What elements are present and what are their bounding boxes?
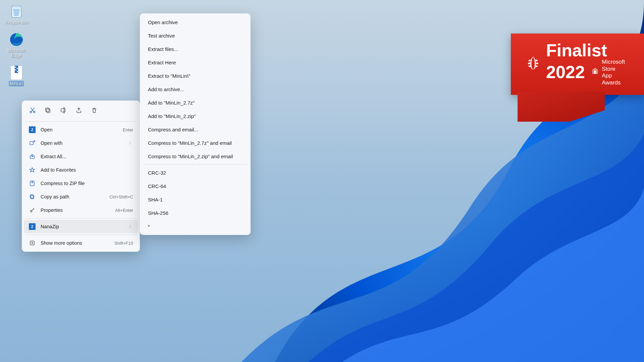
separator [25, 121, 137, 122]
submenu-item-test-archive[interactable]: Test archive [142, 29, 249, 42]
menu-item-shortcut: Alt+Enter [115, 208, 133, 213]
separator [25, 235, 137, 235]
svg-rect-5 [15, 67, 16, 68]
svg-rect-28 [595, 71, 596, 72]
submenu-item-extract-files[interactable]: Extract files... [142, 42, 249, 56]
svg-rect-12 [46, 108, 49, 112]
svg-rect-26 [593, 70, 598, 74]
menu-item-label: Open with [41, 140, 126, 146]
desktop-icon-recycle-bin[interactable]: Recycle Bin [2, 3, 31, 25]
menu-item-label: NanaZip [41, 224, 126, 229]
menu-item-label: SHA-1 [148, 197, 243, 202]
laurel-icon [525, 55, 541, 73]
menu-item-add-favorites[interactable]: Add to Favorites [24, 163, 138, 177]
rename-button[interactable] [57, 104, 70, 117]
menu-item-label: Open [41, 127, 119, 132]
menu-item-copy-path[interactable]: Copy as path Ctrl+Shift+C [24, 190, 138, 203]
svg-rect-15 [30, 181, 34, 186]
submenu-item-extract-here[interactable]: Extract Here [142, 56, 249, 69]
menu-item-label: Test archive [148, 33, 243, 39]
submenu-item-sha1[interactable]: SHA-1 [142, 193, 249, 206]
copy-button[interactable] [41, 104, 55, 117]
zip-icon [29, 180, 36, 187]
badge-line2: 2022 [546, 64, 585, 80]
svg-point-9 [30, 111, 32, 113]
menu-item-compress-zip[interactable]: Compress to ZIP file [24, 177, 138, 190]
menu-item-label: Properties [41, 207, 111, 213]
ms-store-icon [592, 68, 599, 77]
svg-rect-7 [15, 69, 16, 70]
svg-point-24 [536, 63, 539, 65]
svg-point-18 [31, 210, 32, 212]
share-icon [75, 107, 82, 115]
extract-icon [29, 153, 36, 160]
submenu-item-compress-zip-email[interactable]: Compress to "MinLin_2.zip" and email [142, 149, 249, 163]
submenu-item-extract-to[interactable]: Extract to "MinLin\" [142, 69, 249, 82]
submenu-item-compress-email[interactable]: Compress and email... [142, 123, 249, 136]
menu-item-extract-all[interactable]: Extract All... [24, 150, 138, 163]
desktop-icon-label: MinLin [9, 81, 23, 87]
submenu-item-crc32[interactable]: CRC-32 [142, 166, 249, 179]
cut-icon [29, 107, 36, 115]
desktop-icon-label: Microsoft Edge [6, 48, 26, 59]
svg-rect-8 [17, 71, 18, 72]
properties-icon [29, 206, 36, 214]
menu-item-label: Add to "MinLin_2.7z" [148, 100, 243, 106]
submenu-item-add-to-7z[interactable]: Add to "MinLin_2.7z" [142, 96, 249, 109]
recycle-bin-icon [8, 3, 24, 19]
desktop-icon-edge[interactable]: Microsoft Edge [2, 32, 31, 59]
submenu-item-add-to-zip[interactable]: Add to "MinLin_2.zip" [142, 109, 249, 123]
svg-rect-13 [61, 109, 65, 112]
submenu-item-compress-7z-email[interactable]: Compress to "MinLin_2.7z" and email [142, 136, 249, 149]
submenu-item-crc64[interactable]: CRC-64 [142, 179, 249, 193]
desktop-icon-label: Recycle Bin [4, 19, 29, 25]
svg-rect-11 [47, 109, 50, 113]
delete-button[interactable] [88, 104, 101, 117]
open-icon: Z [29, 126, 36, 133]
menu-item-label: Compress to ZIP file [41, 181, 133, 186]
context-menu: Z Open Enter Open with 〉 Extract All... … [22, 101, 140, 252]
menu-item-nanazip[interactable]: Z NanaZip 〉 [24, 220, 138, 233]
menu-item-label: Extract Here [148, 60, 243, 65]
menu-item-label: Copy as path [41, 194, 105, 199]
menu-item-shortcut: Shift+F10 [114, 241, 133, 246]
nanazip-icon: Z [29, 223, 36, 230]
submenu-item-sha256[interactable]: SHA-256 [142, 206, 249, 220]
menu-item-open[interactable]: Z Open Enter [24, 123, 138, 136]
more-icon [29, 239, 36, 247]
menu-item-label: Open archive [148, 19, 243, 25]
menu-item-label: Extract to "MinLin\" [148, 73, 243, 79]
separator [25, 218, 137, 219]
badge-subtext: Microsoft Store App Awards [592, 59, 630, 86]
delete-icon [91, 107, 98, 115]
menu-item-label: Extract All... [41, 154, 133, 159]
award-badge: Finalist 2022 Microsoft Store App Awards [511, 34, 644, 95]
menu-item-label: SHA-256 [148, 210, 243, 216]
submenu-item-open-archive[interactable]: Open archive [142, 15, 249, 29]
menu-item-label: Compress and email... [148, 127, 243, 132]
menu-item-label: CRC-64 [148, 183, 243, 189]
menu-item-show-more[interactable]: Show more options Shift+F10 [24, 236, 138, 250]
badge-main-text: Finalist 2022 Microsoft Store App Awards [546, 42, 630, 86]
svg-rect-6 [17, 68, 18, 69]
menu-item-open-with[interactable]: Open with 〉 [24, 136, 138, 150]
openwith-icon [29, 139, 36, 147]
submenu-item-add-to-archive[interactable]: Add to archive... [142, 82, 249, 96]
menu-item-label: Compress to "MinLin_2.zip" and email [148, 154, 243, 159]
copypath-icon [29, 193, 36, 200]
svg-rect-1 [13, 5, 20, 7]
desktop-icon-minlin[interactable]: MinLin [2, 65, 31, 87]
svg-rect-27 [594, 71, 595, 72]
menu-item-label: Show more options [41, 240, 110, 246]
menu-item-shortcut: Ctrl+Shift+C [109, 194, 133, 199]
menu-item-properties[interactable]: Properties Alt+Enter [24, 203, 138, 217]
badge-sub1: Microsoft Store [602, 59, 630, 72]
share-button[interactable] [72, 104, 86, 117]
menu-item-label: Compress to "MinLin_2.7z" and email [148, 140, 243, 146]
cut-button[interactable] [26, 104, 39, 117]
submenu-item-all-hashes[interactable]: * [142, 220, 249, 233]
desktop-icons: Recycle Bin Microsoft Edge MinLin [2, 3, 31, 93]
menu-item-label: Extract files... [148, 46, 243, 52]
svg-rect-14 [30, 141, 33, 145]
nanazip-submenu: Open archive Test archive Extract files.… [140, 13, 251, 235]
